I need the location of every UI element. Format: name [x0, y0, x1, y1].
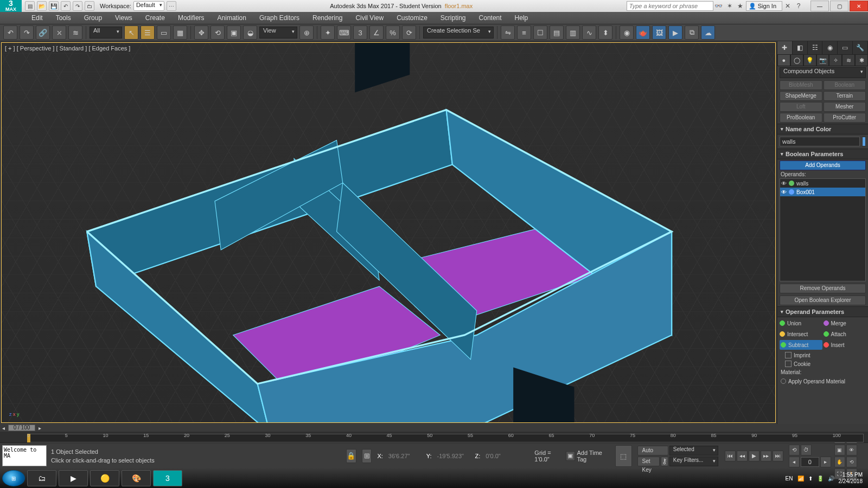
save-icon[interactable]: 💾 [49, 1, 59, 11]
add-operands-button[interactable]: Add Operands [780, 160, 866, 170]
menu-civil-view[interactable]: Civil View [349, 12, 390, 23]
render-online-icon[interactable]: ☁ [701, 25, 715, 40]
remove-operands-button[interactable]: Remove Operands [780, 284, 866, 293]
objtype-proboolean[interactable]: ProBoolean [780, 113, 822, 123]
favorites-icon[interactable]: ★ [735, 1, 746, 11]
material-editor-icon[interactable]: ◉ [620, 25, 634, 40]
selection-lock-icon[interactable]: 🔒 [346, 449, 356, 463]
imprint-checkbox[interactable]: Imprint [777, 351, 868, 359]
display-tab-icon[interactable]: ▭ [838, 41, 853, 54]
object-category-dropdown[interactable]: Compound Objects [780, 67, 866, 78]
current-frame-field[interactable]: 0 [801, 457, 819, 467]
tray-network-icon[interactable]: 📶 [797, 476, 804, 481]
window-crossing-icon[interactable]: ▦ [173, 25, 187, 40]
set-key-button[interactable]: Set Key [637, 457, 660, 466]
menu-edit[interactable]: Edit [25, 12, 49, 23]
name-color-rollout[interactable]: Name and Color [777, 124, 868, 134]
tray-lang[interactable]: EN [786, 476, 793, 481]
menu-views[interactable]: Views [108, 12, 139, 23]
goto-end-icon[interactable]: ⏭ [773, 451, 783, 461]
workspace-opts-icon[interactable]: ⋯ [167, 1, 176, 11]
tray-clock[interactable]: 1:55 PM2/24/2018 [839, 472, 863, 485]
objtype-blobmesh[interactable]: BlobMesh [780, 80, 822, 90]
curve-editor-icon[interactable]: ∿ [582, 25, 596, 40]
utilities-tab-icon[interactable]: 🔧 [853, 41, 868, 54]
object-name-input[interactable] [780, 137, 860, 146]
minimize-button[interactable]: — [810, 1, 829, 11]
geometry-cat-icon[interactable]: ● [777, 54, 790, 66]
lights-cat-icon[interactable]: 💡 [803, 54, 816, 66]
prev-frame-icon[interactable]: ◂◂ [737, 451, 748, 461]
maxscript-listener[interactable]: Welcome to MA [2, 445, 47, 466]
key-filters-button[interactable]: Key Filters... [669, 457, 718, 466]
add-time-tag[interactable]: Add Time Tag [577, 450, 609, 463]
systems-cat-icon[interactable]: ✱ [855, 54, 868, 66]
operand-item[interactable]: 👁walls [780, 179, 865, 188]
op-insert[interactable]: Insert [824, 340, 866, 350]
absolute-transform-icon[interactable]: ⊞ [362, 449, 372, 463]
scale-icon[interactable]: ▣ [227, 25, 241, 40]
key-mode-icon[interactable]: ⚷ [661, 457, 668, 466]
frame-spinner-left-icon[interactable]: ◂ [789, 457, 800, 467]
open-icon[interactable]: 📂 [37, 1, 47, 11]
redo-icon[interactable]: ↷ [20, 25, 34, 40]
menu-rendering[interactable]: Rendering [306, 12, 349, 23]
coord-y-value[interactable]: -19'5.923" [437, 453, 470, 459]
undo-quick-icon[interactable]: ↶ [61, 1, 71, 11]
slider-left-arrow-icon[interactable]: ◂ [2, 425, 5, 431]
signin-button[interactable]: 👤 Sign In [746, 1, 782, 11]
objtype-shapemerge[interactable]: ShapeMerge [780, 91, 822, 101]
select-object-icon[interactable]: ↖ [124, 25, 138, 40]
time-config-icon[interactable]: ⏱ [801, 445, 812, 455]
goto-start-icon[interactable]: ⏮ [725, 451, 736, 461]
task-chrome-icon[interactable]: 🟡 [90, 470, 119, 486]
objtype-loft[interactable]: Loft [780, 102, 822, 112]
rect-region-icon[interactable]: ▭ [157, 25, 171, 40]
operand-item[interactable]: 👁Box001 [780, 188, 865, 196]
op-union[interactable]: Union [780, 318, 822, 328]
comm-center-icon[interactable]: ✶ [724, 1, 735, 11]
apply-operand-material-radio[interactable]: Apply Operand Material [777, 376, 868, 386]
task-media-icon[interactable]: ▶ [59, 470, 88, 486]
redo-quick-icon[interactable]: ↷ [73, 1, 82, 11]
play-icon[interactable]: ▶ [749, 451, 760, 461]
isolate-selection-icon[interactable]: ▣ [566, 451, 575, 461]
track-bar[interactable]: 0510152025303540455055606570758085909510… [0, 432, 868, 442]
viewport[interactable]: [ + ] [ Perspective ] [ Standard ] [ Edg… [1, 42, 776, 423]
workspace-dropdown[interactable]: Default [133, 1, 164, 11]
menu-group[interactable]: Group [78, 12, 108, 23]
op-subtract[interactable]: Subtract [780, 340, 822, 350]
render-setup-icon[interactable]: 🫖 [636, 25, 650, 40]
menu-graph-editors[interactable]: Graph Editors [253, 12, 306, 23]
viewport-label[interactable]: [ + ] [ Perspective ] [ Standard ] [ Edg… [5, 45, 130, 52]
menu-modifiers[interactable]: Modifiers [171, 12, 211, 23]
move-icon[interactable]: ✥ [194, 25, 208, 40]
undo-icon[interactable]: ↶ [3, 25, 17, 40]
op-merge[interactable]: Merge [824, 318, 866, 328]
objtype-procutter[interactable]: ProCutter [824, 113, 866, 123]
boolean-params-rollout[interactable]: Boolean Parameters [777, 149, 868, 159]
snap-toggle-icon[interactable]: 3 [353, 25, 367, 40]
orbit-icon[interactable]: ⟲ [846, 457, 857, 467]
named-selection-dropdown[interactable]: Create Selection Se [423, 27, 494, 38]
operands-list[interactable]: 👁walls👁Box001 [780, 178, 866, 281]
hierarchy-tab-icon[interactable]: ☷ [808, 41, 823, 54]
open-boolean-explorer-button[interactable]: Open Boolean Explorer [780, 296, 866, 305]
keyboard-shortcut-icon[interactable]: ⌨ [337, 25, 351, 40]
time-slider[interactable]: ◂ 0 / 100 ▸ [0, 424, 868, 432]
slider-right-arrow-icon[interactable]: ▸ [39, 425, 41, 431]
modify-tab-icon[interactable]: ◧ [793, 41, 808, 54]
rotate-icon[interactable]: ⟲ [210, 25, 225, 40]
next-frame-icon[interactable]: ▸▸ [761, 451, 771, 461]
schematic-view-icon[interactable]: ⬍ [598, 25, 612, 40]
menu-scripting[interactable]: Scripting [434, 12, 473, 23]
pan-icon[interactable]: ✋ [834, 457, 845, 467]
set-key-big-icon[interactable]: ⬚ [615, 445, 631, 467]
object-color-swatch[interactable] [862, 137, 866, 146]
motion-tab-icon[interactable]: ◉ [822, 41, 838, 54]
coord-z-value[interactable]: 0'0.0" [486, 453, 518, 459]
key-selected-dropdown[interactable]: Selected [669, 446, 718, 455]
create-tab-icon[interactable]: ✚ [777, 41, 793, 54]
tray-battery-icon[interactable]: 🔋 [817, 476, 824, 481]
help-icon[interactable]: ? [793, 1, 804, 11]
